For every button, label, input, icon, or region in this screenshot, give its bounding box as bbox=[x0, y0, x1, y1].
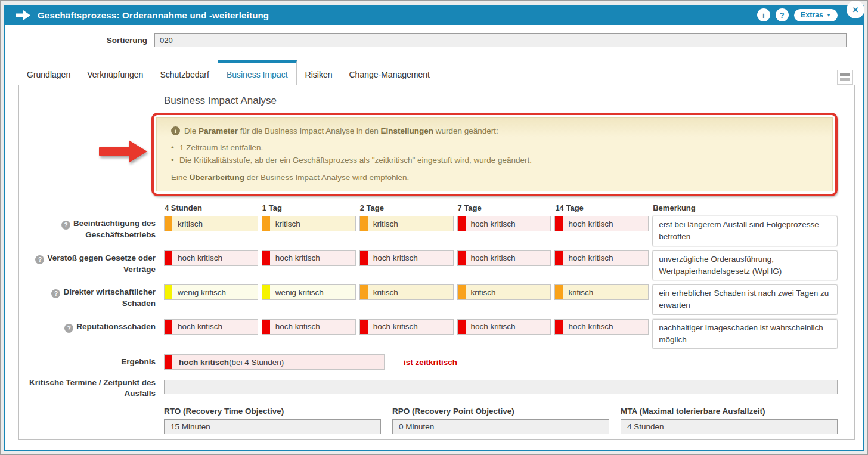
help-icon[interactable]: ? bbox=[51, 289, 60, 298]
bemerkung-field[interactable]: erst bei längerem Ausfall sind Folgeproz… bbox=[652, 216, 838, 246]
table-row: ?Direkter wirtschaftlicher Schaden wenig… bbox=[19, 284, 838, 315]
warning-intro-text: Die Parameter für die Business Impact An… bbox=[184, 126, 498, 135]
parameter-changed-warning: i Die Parameter für die Business Impact … bbox=[156, 117, 833, 191]
warning-footer: Eine Überarbeitung der Business Impact A… bbox=[171, 173, 818, 182]
ergebnis-label: Ergebnis bbox=[19, 357, 160, 367]
mta-label: MTA (Maximal tolerierbare Ausfallzeit) bbox=[621, 407, 838, 416]
tab-verknuepfungen[interactable]: Verknüpfungen bbox=[79, 64, 151, 85]
criticality-select[interactable]: kritisch bbox=[457, 284, 551, 300]
annotation-highlight-box: i Die Parameter für die Business Impact … bbox=[151, 113, 838, 196]
rto-column: RTO (Recovery Time Objective) Bemerkunge… bbox=[164, 398, 381, 440]
help-icon[interactable]: ? bbox=[776, 8, 789, 21]
level-color-swatch bbox=[458, 320, 466, 334]
criticality-select[interactable]: hoch kritisch bbox=[457, 319, 551, 335]
column-header: 14 Tage bbox=[554, 203, 649, 212]
sortierung-row: Sortierung bbox=[5, 33, 847, 47]
table-row: ?Verstoß gegen Gesetze oder Verträge hoc… bbox=[19, 250, 838, 281]
criticality-select[interactable]: kritisch bbox=[554, 284, 649, 300]
bemerkung-field[interactable]: nachhaltiger Imageschaden ist wahrschein… bbox=[652, 319, 838, 349]
kritische-termine-input[interactable] bbox=[164, 380, 838, 394]
column-header: 1 Tag bbox=[262, 203, 356, 212]
level-color-swatch bbox=[262, 216, 270, 231]
warning-bullet: 1 Zeitraum ist entfallen. bbox=[171, 143, 818, 152]
kritische-termine-row: Kritische Termine / Zeitpunkt des Ausfal… bbox=[19, 375, 838, 398]
sortierung-label: Sortierung bbox=[5, 36, 154, 45]
level-color-swatch bbox=[458, 285, 466, 299]
help-icon[interactable]: ? bbox=[64, 324, 73, 333]
criticality-select[interactable]: hoch kritisch bbox=[359, 319, 454, 335]
criticality-select[interactable]: hoch kritisch bbox=[359, 250, 454, 266]
dialog-content: Sortierung Grundlagen Verknüpfungen Schu… bbox=[5, 25, 863, 450]
level-color-swatch bbox=[165, 320, 172, 334]
criticality-select[interactable]: hoch kritisch bbox=[164, 250, 258, 266]
bemerkung-field[interactable]: ein erheblicher Schaden ist nach zwei Ta… bbox=[652, 284, 838, 315]
level-color-swatch bbox=[555, 320, 563, 334]
level-color-swatch bbox=[458, 216, 466, 231]
criticality-select[interactable]: hoch kritisch bbox=[262, 319, 356, 335]
mta-input[interactable] bbox=[621, 419, 838, 434]
level-color-swatch bbox=[165, 285, 172, 299]
annotation-arrow-icon bbox=[99, 140, 148, 163]
level-color-swatch bbox=[555, 216, 563, 231]
rpo-label: RPO (Recovery Point Objective) bbox=[392, 407, 609, 416]
row-label: ?Reputationsschaden bbox=[19, 319, 160, 333]
criticality-select[interactable]: hoch kritisch bbox=[457, 250, 551, 266]
sortierung-input[interactable] bbox=[154, 33, 847, 47]
level-color-swatch bbox=[555, 251, 563, 265]
level-color-swatch bbox=[165, 355, 172, 369]
level-color-swatch bbox=[262, 320, 270, 334]
close-icon[interactable]: ✕ bbox=[848, 2, 863, 17]
help-icon[interactable]: ? bbox=[35, 255, 44, 264]
tab-business-impact[interactable]: Business Impact bbox=[218, 60, 297, 85]
business-impact-panel: Business Impact Analyse i Die Parameter … bbox=[18, 85, 855, 440]
criticality-select[interactable]: hoch kritisch bbox=[164, 319, 258, 335]
level-color-swatch bbox=[458, 251, 466, 265]
criticality-select[interactable]: hoch kritisch bbox=[554, 250, 649, 266]
criticality-select[interactable]: kritisch bbox=[262, 216, 356, 231]
warning-bullet: Die Kritikalitätsstufe, ab der ein Gesch… bbox=[171, 156, 818, 165]
level-color-swatch bbox=[262, 251, 270, 265]
rpo-input[interactable] bbox=[392, 419, 609, 434]
table-row: ?Reputationsschaden hoch kritisch hoch k… bbox=[19, 319, 838, 349]
matrix-header-row: 4 Stunden 1 Tag 2 Tage 7 Tage 14 Tage Be… bbox=[19, 203, 838, 212]
criticality-select[interactable]: hoch kritisch bbox=[262, 250, 356, 266]
criticality-select[interactable]: hoch kritisch bbox=[554, 216, 649, 231]
criticality-select[interactable]: hoch kritisch bbox=[554, 319, 649, 335]
mta-column: MTA (Maximal tolerierbare Ausfallzeit) B… bbox=[621, 398, 838, 440]
help-icon[interactable]: ? bbox=[61, 221, 70, 230]
level-color-swatch bbox=[165, 251, 172, 265]
ergebnis-row: Ergebnis hoch kritisch (bei 4 Stunden) i… bbox=[19, 354, 838, 370]
level-color-swatch bbox=[555, 285, 563, 299]
level-color-swatch bbox=[262, 285, 270, 299]
tab-risiken[interactable]: Risiken bbox=[297, 64, 341, 85]
warning-intro: i Die Parameter für die Business Impact … bbox=[171, 126, 818, 135]
column-header: 7 Tage bbox=[457, 203, 551, 212]
bemerkung-field[interactable]: unverzügliche Orderausführung, Wertpapie… bbox=[652, 250, 838, 281]
criticality-select[interactable]: hoch kritisch bbox=[457, 216, 551, 231]
tab-change-management[interactable]: Change-Management bbox=[341, 64, 438, 85]
table-row: ?Beeinträchtigung des Geschäftsbetriebs … bbox=[19, 216, 838, 246]
level-color-swatch bbox=[360, 216, 368, 231]
info-icon[interactable]: i bbox=[757, 8, 770, 21]
tab-grundlagen[interactable]: Grundlagen bbox=[18, 64, 79, 85]
criticality-select[interactable]: kritisch bbox=[164, 216, 258, 231]
recovery-section: RTO (Recovery Time Objective) Bemerkunge… bbox=[164, 398, 838, 440]
rpo-column: RPO (Recovery Point Objective) Bemerkung… bbox=[392, 398, 609, 440]
tab-schutzbedarf[interactable]: Schutzbedarf bbox=[151, 64, 218, 85]
rto-input[interactable] bbox=[164, 419, 381, 434]
extras-button[interactable]: Extras▼ bbox=[794, 9, 838, 21]
warning-bullet-list: 1 Zeitraum ist entfallen. Die Kritikalit… bbox=[171, 143, 818, 165]
row-label: ?Beeinträchtigung des Geschäftsbetriebs bbox=[19, 216, 160, 240]
row-label: ?Direkter wirtschaftlicher Schaden bbox=[19, 284, 160, 309]
section-title: Business Impact Analyse bbox=[164, 95, 838, 107]
chevron-down-icon: ▼ bbox=[826, 13, 831, 18]
ergebnis-value: hoch kritisch (bei 4 Stunden) bbox=[164, 354, 385, 370]
extras-label: Extras bbox=[801, 11, 823, 19]
warning-annotation-wrap: i Die Parameter für die Business Impact … bbox=[151, 113, 838, 196]
criticality-select[interactable]: wenig kritisch bbox=[164, 284, 258, 300]
criticality-select[interactable]: kritisch bbox=[359, 216, 454, 231]
page-title: Geschäftsprozess: Orderannahme und -weit… bbox=[38, 10, 269, 20]
criticality-select[interactable]: wenig kritisch bbox=[262, 284, 356, 300]
criticality-select[interactable]: kritisch bbox=[359, 284, 454, 300]
column-header: 2 Tage bbox=[359, 203, 454, 212]
